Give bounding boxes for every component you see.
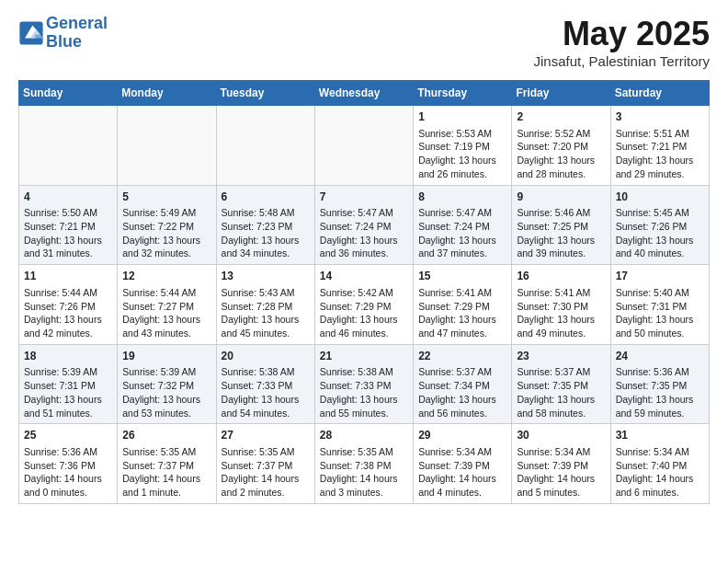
- cell-info-line: and 58 minutes.: [517, 407, 605, 420]
- day-number: 9: [517, 190, 605, 205]
- cell-info-line: Sunrise: 5:36 AM: [616, 365, 704, 379]
- cell-info-line: Daylight: 13 hours: [222, 393, 310, 407]
- day-number: 10: [616, 190, 704, 205]
- calendar-cell: 15Sunrise: 5:41 AMSunset: 7:29 PMDayligh…: [414, 265, 512, 345]
- cell-info-line: and 59 minutes.: [616, 407, 704, 420]
- cell-info-line: Sunset: 7:32 PM: [122, 379, 210, 393]
- day-number: 17: [616, 269, 704, 284]
- cell-info-line: and 39 minutes.: [517, 247, 605, 260]
- cell-info-line: Sunset: 7:33 PM: [320, 379, 408, 393]
- cell-info-line: Sunrise: 5:39 AM: [122, 365, 210, 379]
- calendar-cell: 31Sunrise: 5:34 AMSunset: 7:40 PMDayligh…: [610, 424, 709, 504]
- cell-info-line: Sunset: 7:25 PM: [517, 220, 605, 234]
- cell-info-line: and 2 minutes.: [222, 486, 310, 500]
- cell-info-line: Sunset: 7:23 PM: [222, 220, 310, 234]
- cell-info-line: Sunrise: 5:47 AM: [418, 206, 506, 220]
- cell-info-line: and 6 minutes.: [616, 486, 704, 500]
- calendar-cell: 5Sunrise: 5:49 AMSunset: 7:22 PMDaylight…: [118, 185, 216, 265]
- logo-line2: Blue: [46, 32, 82, 51]
- day-number: 28: [320, 428, 408, 443]
- cell-info-line: Sunset: 7:29 PM: [418, 300, 506, 314]
- cell-info-line: Daylight: 13 hours: [24, 313, 112, 327]
- calendar-cell: 14Sunrise: 5:42 AMSunset: 7:29 PMDayligh…: [314, 265, 413, 345]
- title-area: May 2025 Jinsafut, Palestinian Territory: [534, 15, 710, 69]
- cell-info-line: Sunset: 7:31 PM: [24, 379, 112, 393]
- cell-info-line: Daylight: 14 hours: [320, 472, 408, 486]
- cell-info-line: Sunrise: 5:41 AM: [517, 286, 605, 300]
- cell-info-line: Sunset: 7:27 PM: [122, 300, 210, 314]
- cell-info-line: Sunset: 7:39 PM: [517, 459, 605, 473]
- calendar-cell: 13Sunrise: 5:43 AMSunset: 7:28 PMDayligh…: [216, 265, 314, 345]
- cell-info-line: and 42 minutes.: [24, 327, 112, 340]
- location-title: Jinsafut, Palestinian Territory: [534, 53, 710, 69]
- calendar-cell: 9Sunrise: 5:46 AMSunset: 7:25 PMDaylight…: [512, 185, 610, 265]
- calendar-cell: 2Sunrise: 5:52 AMSunset: 7:20 PMDaylight…: [512, 106, 610, 186]
- col-wednesday: Wednesday: [314, 81, 413, 106]
- calendar-week-5: 25Sunrise: 5:36 AMSunset: 7:36 PMDayligh…: [19, 424, 710, 504]
- cell-info-line: Daylight: 13 hours: [616, 313, 704, 327]
- calendar-cell: [19, 106, 118, 186]
- cell-info-line: Sunset: 7:35 PM: [616, 379, 704, 393]
- cell-info-line: Daylight: 13 hours: [616, 154, 704, 167]
- calendar-cell: [216, 106, 314, 186]
- cell-info-line: Sunset: 7:36 PM: [24, 459, 112, 473]
- cell-info-line: Sunrise: 5:45 AM: [616, 206, 704, 220]
- cell-info-line: and 28 minutes.: [517, 167, 605, 181]
- cell-info-line: Sunrise: 5:35 AM: [122, 445, 210, 459]
- cell-info-line: Sunrise: 5:41 AM: [418, 286, 506, 300]
- day-number: 8: [418, 190, 506, 205]
- cell-info-line: and 46 minutes.: [320, 327, 408, 340]
- cell-info-line: Sunrise: 5:44 AM: [122, 286, 210, 300]
- cell-info-line: Daylight: 14 hours: [616, 472, 704, 486]
- day-number: 23: [517, 349, 605, 364]
- calendar-cell: 27Sunrise: 5:35 AMSunset: 7:37 PMDayligh…: [216, 424, 314, 504]
- day-number: 29: [418, 428, 506, 443]
- cell-info-line: Daylight: 13 hours: [616, 234, 704, 247]
- cell-info-line: Sunrise: 5:35 AM: [222, 445, 310, 459]
- cell-info-line: Sunset: 7:24 PM: [418, 220, 506, 234]
- cell-info-line: Sunset: 7:21 PM: [24, 220, 112, 234]
- cell-info-line: Daylight: 13 hours: [418, 234, 506, 247]
- cell-info-line: and 47 minutes.: [418, 327, 506, 340]
- day-number: 5: [122, 190, 210, 205]
- day-number: 31: [616, 428, 704, 443]
- calendar-cell: 24Sunrise: 5:36 AMSunset: 7:35 PMDayligh…: [610, 344, 709, 424]
- calendar-cell: 12Sunrise: 5:44 AMSunset: 7:27 PMDayligh…: [118, 265, 216, 345]
- cell-info-line: Sunset: 7:22 PM: [122, 220, 210, 234]
- calendar-cell: 10Sunrise: 5:45 AMSunset: 7:26 PMDayligh…: [610, 185, 709, 265]
- calendar-cell: 25Sunrise: 5:36 AMSunset: 7:36 PMDayligh…: [19, 424, 118, 504]
- logo: General Blue: [18, 15, 108, 52]
- cell-info-line: Daylight: 14 hours: [517, 472, 605, 486]
- calendar-cell: 18Sunrise: 5:39 AMSunset: 7:31 PMDayligh…: [19, 344, 118, 424]
- calendar-cell: 6Sunrise: 5:48 AMSunset: 7:23 PMDaylight…: [216, 185, 314, 265]
- cell-info-line: Daylight: 13 hours: [418, 313, 506, 327]
- day-number: 18: [24, 349, 112, 364]
- cell-info-line: Sunrise: 5:43 AM: [222, 286, 310, 300]
- day-number: 2: [517, 109, 605, 125]
- col-tuesday: Tuesday: [216, 81, 314, 106]
- cell-info-line: Daylight: 13 hours: [418, 154, 506, 167]
- cell-info-line: Sunrise: 5:34 AM: [616, 445, 704, 459]
- cell-info-line: and 53 minutes.: [122, 407, 210, 420]
- cell-info-line: Sunrise: 5:42 AM: [320, 286, 408, 300]
- cell-info-line: Daylight: 13 hours: [616, 393, 704, 407]
- cell-info-line: and 54 minutes.: [222, 407, 310, 420]
- cell-info-line: and 31 minutes.: [24, 247, 112, 260]
- cell-info-line: Sunset: 7:20 PM: [517, 140, 605, 154]
- day-number: 1: [418, 109, 506, 125]
- day-number: 30: [517, 428, 605, 443]
- cell-info-line: Sunset: 7:31 PM: [616, 300, 704, 314]
- day-number: 25: [24, 428, 112, 443]
- logo-icon: [18, 20, 44, 46]
- cell-info-line: Sunrise: 5:39 AM: [24, 365, 112, 379]
- calendar-cell: 8Sunrise: 5:47 AMSunset: 7:24 PMDaylight…: [414, 185, 512, 265]
- day-number: 16: [517, 269, 605, 284]
- cell-info-line: Sunset: 7:33 PM: [222, 379, 310, 393]
- calendar-cell: 22Sunrise: 5:37 AMSunset: 7:34 PMDayligh…: [414, 344, 512, 424]
- cell-info-line: Daylight: 13 hours: [320, 234, 408, 247]
- cell-info-line: and 29 minutes.: [616, 167, 704, 181]
- calendar-cell: 3Sunrise: 5:51 AMSunset: 7:21 PMDaylight…: [610, 106, 709, 186]
- calendar-cell: 7Sunrise: 5:47 AMSunset: 7:24 PMDaylight…: [314, 185, 413, 265]
- cell-info-line: and 49 minutes.: [517, 327, 605, 340]
- calendar-cell: 17Sunrise: 5:40 AMSunset: 7:31 PMDayligh…: [610, 265, 709, 345]
